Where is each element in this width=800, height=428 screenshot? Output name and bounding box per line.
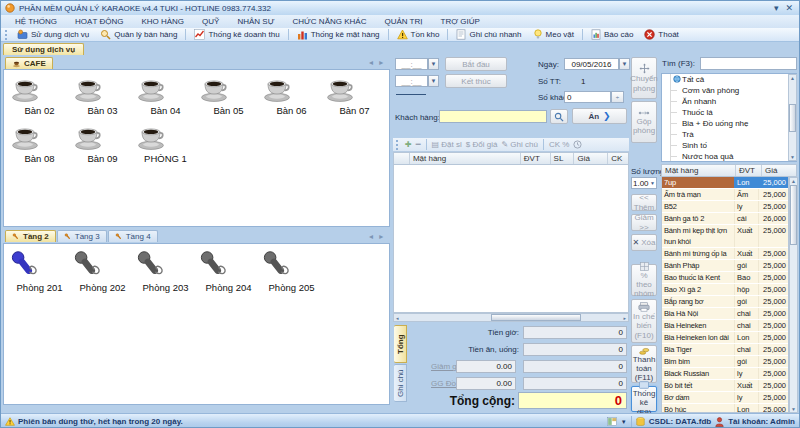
customer-search-button[interactable] bbox=[550, 109, 568, 124]
table-item[interactable]: Bàn 02 bbox=[8, 76, 71, 116]
table-row[interactable]: Bia Heineken chai 25,000 bbox=[662, 320, 788, 332]
menu-item[interactable]: HOẠT ĐỘNG bbox=[67, 16, 131, 27]
table-row[interactable]: Bánh mì trứng ốp la Xuất 25,000 bbox=[662, 248, 788, 260]
customer-input[interactable] bbox=[439, 110, 547, 123]
end-button[interactable]: Kết thúc bbox=[445, 74, 507, 88]
start-time-dropdown[interactable]: ▼ bbox=[428, 58, 439, 70]
category-item[interactable]: Sinh tố bbox=[662, 140, 796, 151]
scroll-down-icon[interactable]: ▼ bbox=[791, 406, 796, 412]
table-row[interactable]: Black Russian ly 25,000 bbox=[662, 368, 788, 380]
guests-spinner[interactable]: ÷ bbox=[611, 91, 624, 103]
category-item[interactable]: Bia + Đồ uống nhẹ bbox=[662, 118, 796, 129]
scroll-down-icon[interactable]: ▼ bbox=[790, 154, 795, 160]
table-row[interactable]: Bim bim gói 25,000 bbox=[662, 356, 788, 368]
room-item[interactable]: Phòng 205 bbox=[260, 250, 323, 293]
merge-room-button[interactable]: Gộp phòng bbox=[631, 101, 657, 143]
table-item[interactable]: Bàn 08 bbox=[8, 124, 71, 164]
tab-tong[interactable]: Tổng bbox=[394, 325, 407, 363]
table-row[interactable]: Bia Heineken lon dài Lon 25,000 bbox=[662, 332, 788, 344]
search-input[interactable] bbox=[700, 57, 797, 70]
table-item[interactable]: Bàn 09 bbox=[71, 124, 134, 164]
table-item[interactable]: Bàn 06 bbox=[260, 76, 323, 116]
toolbar-items-stats-button[interactable]: Thống kê mặt hàng bbox=[293, 29, 384, 41]
room-item[interactable]: Phòng 201 bbox=[8, 250, 71, 293]
table-row[interactable]: Bia Tiger chai 25,000 bbox=[662, 344, 788, 356]
table-row[interactable]: Bò bít tết Xuất 25,000 bbox=[662, 380, 788, 392]
toolbar-stock-button[interactable]: Tồn kho bbox=[393, 29, 444, 41]
table-row[interactable]: Bao thuốc lá Kent Bao 25,000 bbox=[662, 272, 788, 284]
table-row[interactable]: Bò húc Lon 25,000 bbox=[662, 404, 788, 413]
items-grid-scrollbar[interactable]: ▲ ▼ bbox=[789, 177, 798, 413]
scroll-left-icon[interactable]: ◂ bbox=[394, 315, 401, 321]
table-item[interactable]: PHÒNG 1 bbox=[134, 124, 197, 164]
toolbar-exit-button[interactable]: Thoát bbox=[640, 29, 682, 41]
category-item[interactable]: Cơm văn phòng bbox=[662, 85, 796, 96]
start-button[interactable]: Bắt đầu bbox=[445, 57, 507, 71]
discount-button[interactable]: CK % bbox=[549, 140, 569, 149]
menu-item[interactable]: HỆ THỐNG bbox=[7, 16, 65, 27]
close-icon[interactable]: ✕ bbox=[785, 3, 793, 13]
tab-floor[interactable]: Tầng 2 bbox=[5, 230, 56, 242]
end-time-field[interactable]: __:__ bbox=[395, 75, 428, 87]
table-item[interactable]: Bàn 04 bbox=[134, 76, 197, 116]
tab-floor[interactable]: Tầng 3 bbox=[57, 230, 107, 242]
tab-ghi-chu[interactable]: Ghi chú bbox=[394, 364, 407, 402]
table-item[interactable]: Bàn 03 bbox=[71, 76, 134, 116]
room-item[interactable]: Phòng 202 bbox=[71, 250, 134, 293]
category-item[interactable]: Thuốc lá bbox=[662, 107, 796, 118]
discount-drink-amount[interactable]: 0.00 bbox=[456, 377, 516, 390]
column-gia[interactable]: Giá bbox=[762, 165, 796, 176]
chevron-down-icon[interactable]: ▼ bbox=[621, 419, 627, 425]
toolbar-sales-button[interactable]: Quản lý bán hàng bbox=[96, 29, 181, 41]
collapse-icon[interactable]: ▾ bbox=[774, 3, 779, 13]
percent-group-button[interactable]: % theo nhóm bbox=[631, 264, 657, 296]
table-row[interactable]: Bánh ga tô 2 cái 26,000 bbox=[662, 213, 788, 225]
scroll-thumb[interactable] bbox=[790, 185, 797, 245]
menu-item[interactable]: QUẢN TRỊ bbox=[376, 16, 430, 27]
note-button[interactable]: ✎ Ghi chú bbox=[501, 140, 538, 149]
discount-hour-amount[interactable]: 0.00 bbox=[456, 360, 516, 373]
toolbar-revenue-button[interactable]: Thống kê doanh thu bbox=[190, 29, 283, 41]
date-field[interactable]: 09/05/2016 bbox=[564, 58, 619, 70]
stats-button[interactable]: Thống kê (F9) bbox=[631, 386, 657, 412]
end-time-dropdown[interactable]: ▼ bbox=[428, 75, 439, 87]
table-row[interactable]: 7up Lon 25,000 bbox=[662, 177, 788, 189]
tab-floor[interactable]: Tầng 4 bbox=[108, 230, 158, 242]
toolbar-tips-button[interactable]: Meo vặt bbox=[529, 29, 578, 41]
column-mat-hang[interactable]: Mặt hàng bbox=[662, 165, 736, 176]
menu-item[interactable]: NHÂN SỰ bbox=[229, 16, 282, 27]
table-row[interactable]: Bánh Pháp gói 25,000 bbox=[662, 260, 788, 272]
clock-icon[interactable] bbox=[573, 140, 582, 149]
scroll-right-icon[interactable]: ▸ bbox=[621, 315, 628, 321]
table-row[interactable]: Ấm trà mạn Ấm 25,000 bbox=[662, 189, 788, 201]
column-sl[interactable]: SL bbox=[551, 153, 575, 164]
room-item[interactable]: Phòng 204 bbox=[197, 250, 260, 293]
remove-item-button[interactable]: Giảm >> bbox=[631, 214, 657, 231]
delete-button[interactable]: ✕ Xóa bbox=[631, 234, 657, 251]
scroll-thumb[interactable] bbox=[789, 104, 796, 132]
hide-button[interactable]: Ẩn ❯ bbox=[572, 108, 627, 124]
cafe-nav-arrows[interactable]: ◂ ▸ bbox=[369, 58, 385, 67]
table-row[interactable]: Bắp rang bơ gói 25,000 bbox=[662, 296, 788, 308]
layout-icon[interactable] bbox=[607, 417, 617, 426]
menu-item[interactable]: KHO HÀNG bbox=[133, 16, 192, 27]
order-grid-hscrollbar[interactable]: ◂ ▸ bbox=[393, 313, 629, 322]
change-price-button[interactable]: $ Đổi giá bbox=[466, 140, 498, 149]
column-dvt[interactable]: ĐVT bbox=[736, 165, 762, 176]
scroll-up-icon[interactable]: ▲ bbox=[791, 178, 796, 184]
category-item[interactable]: Trà bbox=[662, 129, 796, 140]
tab-su-dung-dich-vu[interactable]: Sử dụng dịch vụ bbox=[3, 43, 84, 55]
scroll-up-icon[interactable]: ▲ bbox=[790, 75, 795, 81]
room-item[interactable]: Phòng 203 bbox=[134, 250, 197, 293]
column-mat-hang[interactable]: Mặt hàng bbox=[410, 153, 521, 164]
category-item[interactable]: Ăn nhanh bbox=[662, 96, 796, 107]
menu-item[interactable]: TRỢ GIÚP bbox=[433, 16, 488, 27]
remove-row-icon[interactable]: ━ bbox=[416, 140, 421, 149]
tree-scrollbar[interactable]: ▲ ▼ bbox=[788, 74, 797, 161]
order-grid-body[interactable] bbox=[393, 165, 629, 313]
scroll-thumb[interactable] bbox=[491, 314, 581, 321]
floor-nav-arrows[interactable]: ◂ ▸ bbox=[369, 232, 385, 241]
set-qty-button[interactable]: ▤ Đặt sl bbox=[432, 140, 462, 149]
add-row-icon[interactable]: ✚ bbox=[405, 140, 412, 149]
menu-item[interactable]: CHỨC NĂNG KHÁC bbox=[284, 16, 374, 27]
